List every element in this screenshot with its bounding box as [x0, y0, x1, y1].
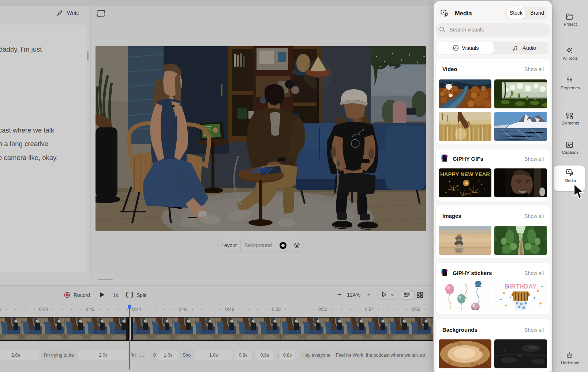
- svg-text:0:40: 0:40: [39, 307, 48, 312]
- svg-text:0:48: 0:48: [225, 307, 234, 312]
- svg-text:0:46: 0:46: [179, 307, 187, 312]
- svg-text:0:56: 0:56: [411, 307, 420, 312]
- svg-text:0:52: 0:52: [318, 307, 327, 312]
- svg-text:0:38: 0:38: [0, 307, 1, 312]
- svg-text:0:44: 0:44: [132, 307, 141, 312]
- svg-text:BIRTHDAY: BIRTHDAY: [505, 283, 537, 290]
- svg-text:HAPPY NEW YEAR: HAPPY NEW YEAR: [440, 171, 490, 177]
- svg-text:0:50: 0:50: [272, 307, 281, 312]
- svg-text:0:54: 0:54: [365, 307, 374, 312]
- svg-text:0:42: 0:42: [86, 307, 94, 312]
